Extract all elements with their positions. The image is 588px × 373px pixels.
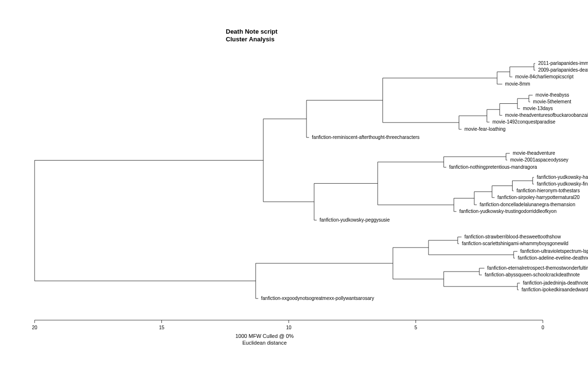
leaf-label: movie-8mm: [505, 82, 530, 87]
leaf-label: fanfiction-ipokedkiraandedwardandlived-d…: [522, 287, 588, 292]
leaf-label: fanfiction-adeline-eveline-deathnotebehi…: [518, 256, 588, 261]
leaf-label: 2011-parlapanides-immortals: [538, 61, 588, 66]
axis-tick-label: 0: [541, 325, 544, 330]
leaf-label: fanfiction-reminiscent-afterthought-thre…: [312, 135, 419, 140]
leaf-label: fanfiction-xxgoodynotsogreatmexx-pollywa…: [261, 296, 374, 301]
leaf-label: movie-fear-loathing: [465, 127, 506, 132]
leaf-label: fanfiction-jadedninja-deathnotetheabridg…: [523, 281, 588, 286]
leaf-label: fanfiction-nothingpretentious-mandragora: [449, 165, 537, 170]
leaf-label: movie-5thelement: [533, 99, 571, 104]
leaf-label: fanfiction-yudkowsky-peggysusie: [319, 218, 390, 223]
chart-subtitle: 1000 MFW Culled @ 0% Euclidean distance: [235, 333, 294, 346]
leaf-label: movie-theadventuresofbuckaroobanzai: [505, 113, 588, 118]
dendrogram-svg: [0, 0, 588, 373]
leaf-label: fanfiction-ultravioletspectrum-lspregnan…: [520, 249, 588, 254]
axis-tick-label: 5: [415, 325, 417, 330]
axis-tick-label: 15: [159, 325, 164, 330]
leaf-label: 2009-parlapanides-deathnotemovie: [538, 68, 588, 73]
leaf-label: fanfiction-strawberriblood-thesweettooth…: [465, 235, 561, 239]
leaf-label: fanfiction-sirpoley-harrypotternatural20: [497, 195, 579, 200]
leaf-label: fanfiction-yudkowsky-trustingodorriddleo…: [459, 209, 556, 214]
axis-tick-label: 10: [286, 325, 291, 330]
leaf-label: fanfiction-yudkowsky-harrypottermethodsr…: [537, 175, 588, 180]
leaf-label: fanfiction-doncelladelalunanegra-themans…: [479, 202, 575, 207]
leaf-label: fanfiction-yudkowsky-finaleultimatemetam…: [537, 182, 588, 186]
dendrogram-figure: Death Note script Cluster Analysis 2011-…: [0, 0, 588, 373]
leaf-label: fanfiction-eternalretrospect-themostwond…: [487, 266, 588, 271]
leaf-label: movie-1492conquestparadise: [492, 120, 555, 124]
leaf-label: movie-84charliemopicscript: [515, 75, 574, 79]
leaf-label: movie-theabyss: [536, 93, 569, 98]
leaf-label: fanfiction-abyssqueen-schoolcrackdeathno…: [485, 273, 580, 277]
leaf-label: movie-theadventure: [513, 151, 555, 156]
subtitle-line-1: 1000 MFW Culled @ 0%: [235, 333, 294, 339]
leaf-label: fanfiction-scarlettshinigami-whammyboysg…: [462, 241, 568, 246]
subtitle-line-2: Euclidean distance: [242, 340, 286, 346]
leaf-label: fanfiction-hieronym-tothestars: [516, 188, 580, 193]
axis-tick-label: 20: [32, 325, 37, 330]
leaf-label: movie-2001aspaceodyssey: [510, 158, 568, 162]
leaf-label: movie-13days: [523, 106, 552, 111]
